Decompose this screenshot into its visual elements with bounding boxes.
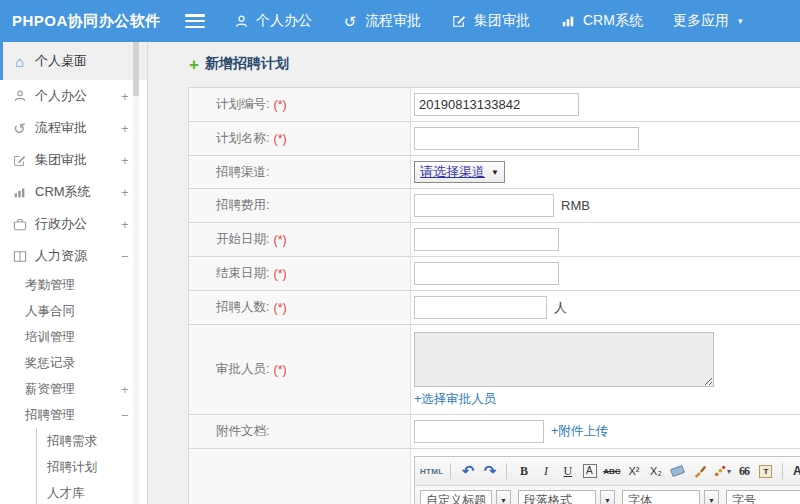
blockquote-button[interactable]: 66: [734, 461, 753, 481]
html-source-button[interactable]: HTML: [420, 461, 443, 481]
form-row-editor: HTML ↶ ↷ B I U A ABC X² X₂: [189, 449, 800, 504]
topnav-label: 流程审批: [365, 12, 421, 30]
menu-toggle-icon[interactable]: [185, 14, 205, 28]
sidebar-subsub-recruit-demand[interactable]: 招聘需求: [36, 428, 147, 454]
topnav-group-approval[interactable]: 集团审批: [451, 12, 530, 30]
field-label: 计划编号:: [216, 96, 269, 113]
paste-text-icon[interactable]: T: [756, 461, 775, 481]
plan-number-input[interactable]: [414, 93, 579, 116]
required-mark: (*): [273, 132, 286, 146]
unit-suffix: 人: [554, 299, 567, 317]
required-mark: (*): [273, 301, 286, 315]
editor-toolbar-row1: HTML ↶ ↷ B I U A ABC X² X₂: [415, 457, 800, 486]
sidebar-item-label: 人力资源: [35, 247, 121, 265]
sidebar-item-label: 流程审批: [35, 119, 121, 137]
underline-button[interactable]: U: [558, 461, 577, 481]
sidebar-sub-salary[interactable]: 薪资管理 +: [0, 376, 147, 402]
form-row-plan-number: 计划编号: (*): [189, 88, 800, 122]
dropdown-arrow-icon[interactable]: ▼: [600, 490, 615, 504]
field-label: 招聘渠道:: [216, 164, 269, 181]
plan-name-input[interactable]: [414, 127, 639, 150]
sidebar-subsub-recruit-plan[interactable]: 招聘计划: [36, 454, 147, 480]
sidebar-item-label: 行政办公: [35, 215, 121, 233]
form-row-start-date: 开始日期: (*): [189, 223, 800, 257]
sidebar-item-desktop[interactable]: ⌂ 个人桌面: [0, 42, 147, 80]
user-icon: [233, 13, 249, 29]
approver-textarea[interactable]: [414, 332, 714, 387]
topnav-label: CRM系统: [583, 12, 643, 30]
app-window: PHPOA协同办公软件 个人办公 ↺ 流程审批 集团审批: [0, 0, 800, 504]
topnav-crm[interactable]: CRM系统: [560, 12, 643, 30]
bold-button[interactable]: B: [514, 461, 533, 481]
topnav-workflow-approval[interactable]: ↺ 流程审批: [342, 12, 421, 30]
topnav-personal-office[interactable]: 个人办公: [233, 12, 312, 30]
sidebar-subsub-talent-pool[interactable]: 人才库: [36, 480, 147, 504]
italic-button[interactable]: I: [536, 461, 555, 481]
format-brush-icon[interactable]: [690, 461, 709, 481]
sidebar-item-group-approval[interactable]: 集团审批 +: [0, 144, 147, 176]
channel-select[interactable]: 请选择渠道 ▼: [414, 161, 505, 183]
topnav-more-apps[interactable]: 更多应用 ▾: [673, 12, 743, 30]
sidebar-item-admin-office[interactable]: 行政办公 +: [0, 208, 147, 240]
font-size-dropdown[interactable]: 字号: [726, 490, 800, 504]
form-row-plan-name: 计划名称: (*): [189, 122, 800, 156]
form-row-channel: 招聘渠道: 请选择渠道 ▼: [189, 156, 800, 189]
topnav-label: 个人办公: [256, 12, 312, 30]
custom-heading-dropdown[interactable]: 自定义标题: [420, 490, 492, 504]
rich-text-editor: HTML ↶ ↷ B I U A ABC X² X₂: [414, 456, 800, 504]
field-label: 开始日期:: [216, 231, 269, 248]
start-date-input[interactable]: [414, 228, 559, 251]
sidebar-scrollbar-thumb[interactable]: [133, 42, 139, 96]
channel-select-value: 请选择渠道: [420, 163, 485, 181]
dropdown-arrow-icon[interactable]: ▼: [704, 490, 719, 504]
sidebar-item-label: 集团审批: [35, 151, 121, 169]
headcount-input[interactable]: [414, 296, 547, 319]
sidebar-item-personal-office[interactable]: 个人办公 +: [0, 80, 147, 112]
sidebar-sub-attendance[interactable]: 考勤管理: [0, 272, 147, 298]
sidebar: ⌂ 个人桌面 个人办公 + ↺ 流程审批 + 集团审批 +: [0, 42, 148, 504]
briefcase-icon: [11, 216, 28, 232]
field-label: 招聘费用:: [216, 197, 269, 214]
columns-icon: [11, 248, 28, 264]
sidebar-sub-hr-contracts[interactable]: 人事合同: [0, 298, 147, 324]
required-mark: (*): [273, 233, 286, 247]
superscript-button[interactable]: X²: [624, 461, 643, 481]
form-row-end-date: 结束日期: (*): [189, 257, 800, 291]
form-row-approver: 审批人员: (*) +选择审批人员: [189, 325, 800, 415]
font-color-button[interactable]: A ▾: [790, 461, 800, 481]
dropdown-arrow-icon[interactable]: ▼: [496, 490, 511, 504]
recruit-plan-form: 计划编号: (*) 计划名称: (*) 招聘: [188, 87, 800, 504]
cost-input[interactable]: [414, 194, 554, 217]
select-approver-link[interactable]: +选择审批人员: [414, 391, 496, 408]
paragraph-format-dropdown[interactable]: 段落格式: [518, 490, 596, 504]
end-date-input[interactable]: [414, 262, 559, 285]
attachment-upload-link[interactable]: +附件上传: [551, 423, 608, 440]
bar-chart-icon: [11, 184, 28, 200]
font-style-box-button[interactable]: A: [583, 464, 597, 478]
required-mark: (*): [273, 363, 286, 377]
required-mark: (*): [273, 98, 286, 112]
text-effects-icon[interactable]: ▾: [712, 461, 731, 481]
sidebar-item-crm[interactable]: CRM系统 +: [0, 176, 147, 208]
plus-icon: +: [189, 56, 199, 73]
sidebar-sub-recruitment[interactable]: 招聘管理 −: [0, 402, 147, 428]
sidebar-scrollbar[interactable]: [133, 42, 139, 504]
form-row-headcount: 招聘人数: (*) 人: [189, 291, 800, 325]
sidebar-sub-rewards[interactable]: 奖惩记录: [0, 350, 147, 376]
sidebar-item-workflow-approval[interactable]: ↺ 流程审批 +: [0, 112, 147, 144]
subscript-button[interactable]: X₂: [646, 461, 665, 481]
select-arrow-icon: ▼: [491, 168, 499, 177]
redo-icon[interactable]: ↷: [480, 461, 499, 481]
user-icon: [11, 88, 28, 104]
undo-icon[interactable]: ↶: [458, 461, 477, 481]
field-label: 附件文档:: [216, 423, 269, 440]
eraser-icon[interactable]: [668, 461, 687, 481]
sidebar-sub-training[interactable]: 培训管理: [0, 324, 147, 350]
top-nav: 个人办公 ↺ 流程审批 集团审批 CRM系统 更多应用 ▾: [233, 12, 742, 30]
font-family-dropdown[interactable]: 字体: [622, 490, 700, 504]
attachment-input[interactable]: [414, 420, 544, 443]
strikethrough-button[interactable]: ABC: [602, 461, 621, 481]
topnav-label: 更多应用: [673, 12, 729, 30]
page-title-text: 新增招聘计划: [205, 55, 289, 73]
sidebar-item-hr[interactable]: 人力资源 −: [0, 240, 147, 272]
